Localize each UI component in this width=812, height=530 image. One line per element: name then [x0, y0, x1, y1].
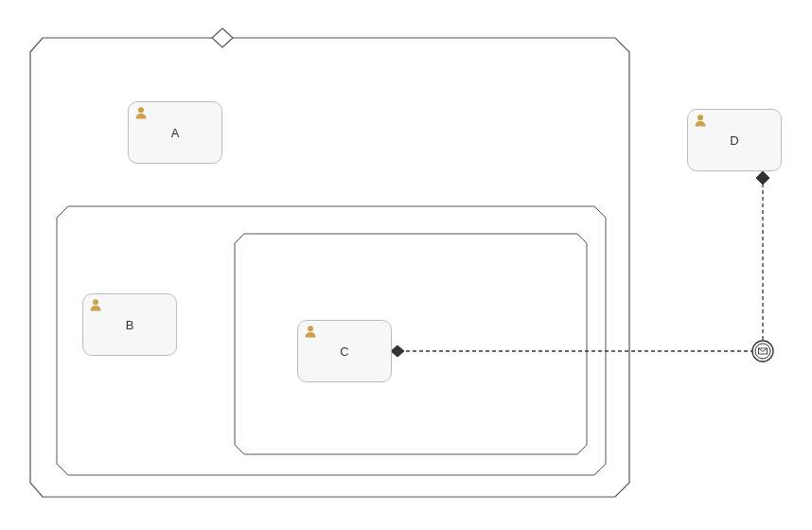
diamond-connector-icon: [756, 171, 769, 185]
message-icon: [759, 348, 768, 354]
svg-point-8: [697, 115, 703, 120]
user-task-b[interactable]: B: [82, 293, 177, 356]
task-label: B: [83, 318, 176, 332]
inner-subprocess[interactable]: [235, 234, 587, 454]
user-icon: [89, 298, 102, 315]
message-event[interactable]: [752, 341, 773, 362]
svg-point-7: [308, 326, 313, 331]
user-icon: [134, 106, 148, 123]
svg-point-5: [138, 107, 144, 113]
user-icon: [304, 325, 317, 342]
user-task-c[interactable]: C: [297, 320, 392, 382]
task-label: A: [129, 126, 221, 140]
user-icon: [694, 114, 707, 131]
user-task-d[interactable]: D: [687, 109, 782, 171]
task-label: C: [298, 344, 391, 359]
diagram-canvas: [0, 0, 812, 530]
user-task-a[interactable]: A: [128, 101, 222, 164]
task-label: D: [688, 133, 781, 148]
svg-point-6: [93, 299, 98, 305]
